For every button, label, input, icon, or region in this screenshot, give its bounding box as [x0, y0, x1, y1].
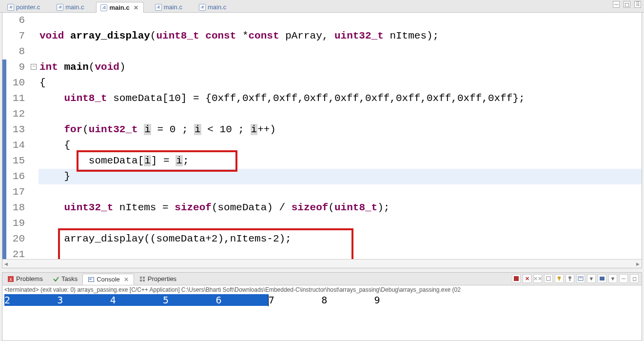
- fold-gutter[interactable]: [30, 75, 39, 91]
- fold-gutter[interactable]: [30, 247, 39, 259]
- code-line-11[interactable]: 11 uint8_t someData[10] = {0xff,0xff,0xf…: [2, 91, 642, 106]
- editor-tab-label: main.c: [65, 3, 84, 11]
- remove-launch-button[interactable]: ✕: [523, 274, 531, 283]
- bottom-panel: x Problems Tasks Console ✕ Properties ✕: [2, 272, 642, 341]
- properties-icon: [139, 276, 146, 282]
- code-line-8[interactable]: 8: [2, 44, 642, 60]
- editor-tab-3[interactable]: .cmain.c: [151, 1, 188, 12]
- tab-console[interactable]: Console ✕: [82, 274, 134, 285]
- display-selected-button[interactable]: [576, 274, 585, 283]
- code-line-12[interactable]: 12: [2, 106, 642, 122]
- code-content[interactable]: uint8_t someData[10] = {0xff,0xff,0xff,0…: [39, 91, 642, 106]
- terminate-button[interactable]: [512, 274, 521, 283]
- fold-gutter[interactable]: [30, 200, 39, 216]
- line-number: 15: [2, 153, 30, 169]
- close-icon[interactable]: ✕: [124, 276, 129, 283]
- code-content[interactable]: [39, 247, 642, 259]
- code-line-10[interactable]: 10{: [2, 75, 642, 91]
- code-content[interactable]: someData[i] = i;: [39, 153, 642, 169]
- code-content[interactable]: [39, 44, 642, 60]
- tab-problems[interactable]: x Problems: [2, 274, 48, 284]
- console-dropdown-button[interactable]: ▼: [587, 274, 596, 283]
- line-number: 6: [2, 13, 30, 28]
- code-content[interactable]: [39, 216, 642, 231]
- console-output[interactable]: 2 3 4 5 6 7 8 9: [2, 294, 642, 306]
- fold-gutter[interactable]: [30, 91, 39, 106]
- console-body[interactable]: <terminated> (exit value: 0) arrays_pass…: [2, 285, 642, 341]
- code-line-6[interactable]: 6: [2, 13, 642, 28]
- fold-gutter[interactable]: [30, 44, 39, 60]
- svg-rect-7: [143, 277, 145, 279]
- pin-console-button[interactable]: [566, 274, 574, 283]
- tab-properties-label: Properties: [148, 275, 176, 282]
- code-content[interactable]: [39, 106, 642, 122]
- fold-gutter[interactable]: [30, 13, 39, 28]
- code-editor[interactable]: 67void array_display(uint8_t const *cons…: [2, 13, 642, 268]
- more-pane-button[interactable]: ⠿: [634, 1, 641, 8]
- line-number: 19: [2, 216, 30, 231]
- fold-gutter[interactable]: [30, 106, 39, 122]
- code-content[interactable]: for(uint32_t i = 0 ; i < 10 ; i++): [39, 122, 642, 138]
- code-line-15[interactable]: 15 someData[i] = i;: [2, 153, 642, 169]
- maximize-panel-button[interactable]: ◻: [630, 274, 639, 283]
- open-console-button[interactable]: [598, 274, 606, 283]
- code-line-18[interactable]: 18 uint32_t nItems = sizeof(someData) / …: [2, 200, 642, 216]
- remove-all-launches-button[interactable]: ✕✕: [533, 274, 542, 283]
- fold-gutter[interactable]: [30, 169, 39, 184]
- new-console-dropdown-button[interactable]: ▼: [608, 274, 617, 283]
- code-line-14[interactable]: 14 {: [2, 138, 642, 153]
- console-selection[interactable]: 2 3 4 5 6: [4, 294, 269, 306]
- code-content[interactable]: }: [39, 169, 642, 184]
- clear-console-button[interactable]: [544, 274, 553, 283]
- scroll-right-arrow-icon[interactable]: ►: [635, 261, 641, 267]
- console-text[interactable]: 7 8 9: [269, 294, 427, 306]
- tab-properties[interactable]: Properties: [134, 274, 181, 284]
- fold-gutter[interactable]: −: [30, 60, 39, 75]
- scroll-left-arrow-icon[interactable]: ◄: [3, 261, 9, 267]
- tab-problems-label: Problems: [16, 275, 43, 282]
- svg-rect-10: [514, 276, 519, 281]
- code-line-17[interactable]: 17: [2, 184, 642, 200]
- fold-gutter[interactable]: [30, 138, 39, 153]
- code-line-13[interactable]: 13 for(uint32_t i = 0 ; i < 10 ; i++): [2, 122, 642, 138]
- code-line-20[interactable]: 20 array_display((someData+2),nItems-2);: [2, 231, 642, 247]
- fold-gutter[interactable]: [30, 153, 39, 169]
- code-content[interactable]: {: [39, 138, 642, 153]
- minimize-pane-button[interactable]: ─: [613, 1, 620, 8]
- fold-toggle-icon[interactable]: −: [31, 64, 37, 70]
- scroll-lock-button[interactable]: [555, 274, 564, 283]
- code-content[interactable]: void array_display(uint8_t const *const …: [39, 28, 642, 44]
- code-line-16[interactable]: 16 }: [2, 169, 642, 184]
- tab-tasks[interactable]: Tasks: [48, 274, 82, 284]
- editor-pane-controls: ─ ◻ ⠿: [613, 1, 641, 8]
- fold-gutter[interactable]: [30, 184, 39, 200]
- fold-gutter[interactable]: [30, 28, 39, 44]
- code-line-9[interactable]: 9−int main(void): [2, 60, 642, 75]
- close-icon[interactable]: ✕: [134, 4, 138, 11]
- minimize-panel-button[interactable]: ─: [619, 274, 628, 283]
- c-file-icon: .c: [155, 4, 162, 11]
- code-editor-viewport[interactable]: 67void array_display(uint8_t const *cons…: [2, 13, 642, 259]
- line-number: 17: [2, 184, 30, 200]
- code-content[interactable]: array_display((someData+2),nItems-2);: [39, 231, 642, 247]
- code-line-19[interactable]: 19: [2, 216, 642, 231]
- c-file-icon: .c: [199, 4, 206, 11]
- editor-tab-0[interactable]: .cpointer.c: [3, 1, 45, 12]
- editor-tab-2[interactable]: .cmain.c✕: [96, 2, 143, 13]
- svg-rect-8: [140, 280, 142, 281]
- fold-gutter[interactable]: [30, 216, 39, 231]
- editor-horizontal-scrollbar[interactable]: ◄ ►: [2, 259, 642, 268]
- editor-tab-1[interactable]: .cmain.c: [52, 1, 89, 12]
- code-line-21[interactable]: 21: [2, 247, 642, 259]
- code-content[interactable]: [39, 13, 642, 28]
- code-line-7[interactable]: 7void array_display(uint8_t const *const…: [2, 28, 642, 44]
- editor-tab-4[interactable]: .cmain.c: [195, 1, 232, 12]
- code-content[interactable]: uint32_t nItems = sizeof(someData) / siz…: [39, 200, 642, 216]
- code-content[interactable]: {: [39, 75, 642, 91]
- code-content[interactable]: [39, 184, 642, 200]
- fold-gutter[interactable]: [30, 122, 39, 138]
- fold-gutter[interactable]: [30, 231, 39, 247]
- code-content[interactable]: int main(void): [39, 60, 642, 75]
- maximize-pane-button[interactable]: ◻: [624, 1, 630, 8]
- svg-rect-6: [140, 277, 142, 279]
